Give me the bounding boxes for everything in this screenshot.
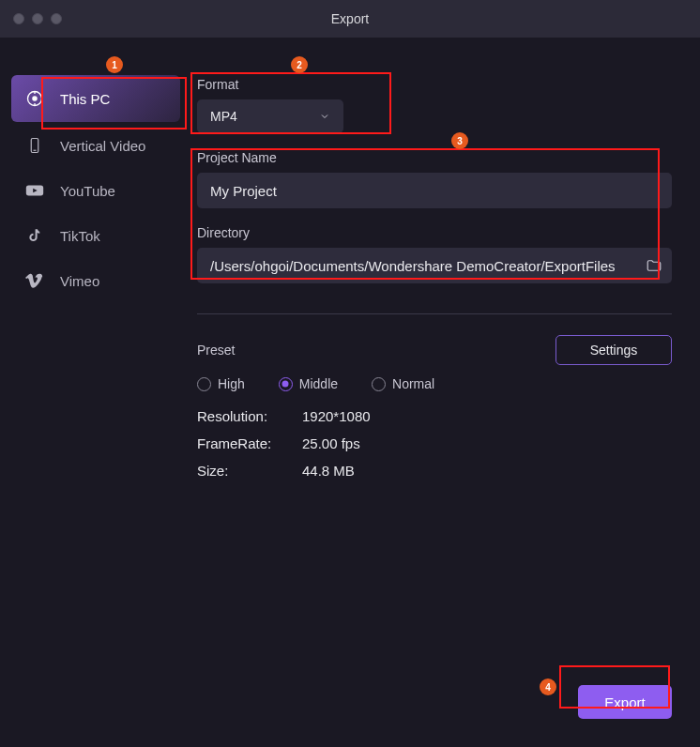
sidebar-item-label: Vimeo (60, 273, 99, 289)
folder-icon[interactable] (646, 257, 662, 274)
export-button[interactable]: Export (578, 685, 672, 719)
radio-icon (372, 377, 386, 391)
project-name-label: Project Name (197, 150, 672, 165)
maximize-window-icon[interactable] (51, 13, 62, 24)
youtube-icon (24, 180, 45, 201)
resolution-row: Resolution: 1920*1080 (197, 408, 672, 424)
format-dropdown[interactable]: MP4 (197, 99, 343, 133)
titlebar: Export (0, 0, 700, 38)
directory-group: Directory (197, 225, 672, 283)
phone-icon (24, 135, 45, 156)
vimeo-icon (24, 270, 45, 291)
window-controls (0, 13, 62, 24)
radio-label: Normal (392, 376, 434, 391)
chevron-down-icon (319, 111, 330, 122)
sidebar-item-this-pc[interactable]: This PC (11, 75, 180, 122)
preset-option-middle[interactable]: Middle (279, 376, 338, 391)
format-label: Format (197, 77, 672, 92)
minimize-window-icon[interactable] (32, 13, 43, 24)
project-name-group: Project Name (197, 150, 672, 208)
sidebar-item-label: This PC (60, 91, 110, 107)
radio-label: High (218, 376, 245, 391)
main-panel: Format MP4 Project Name Directory Preset… (188, 38, 700, 747)
directory-input[interactable] (197, 248, 646, 283)
preset-options: High Middle Normal (197, 376, 672, 391)
divider (197, 313, 672, 314)
preset-row: Preset Settings (197, 335, 672, 365)
sidebar-item-youtube[interactable]: YouTube (0, 169, 188, 212)
directory-label: Directory (197, 225, 672, 240)
framerate-value: 25.00 fps (302, 435, 360, 451)
format-value: MP4 (210, 109, 237, 124)
tiktok-icon (24, 225, 45, 246)
sidebar-item-label: YouTube (60, 183, 115, 199)
preset-option-high[interactable]: High (197, 376, 245, 391)
close-window-icon[interactable] (13, 13, 24, 24)
format-group: Format MP4 (197, 77, 672, 133)
project-name-input[interactable] (197, 173, 672, 208)
settings-button[interactable]: Settings (555, 335, 672, 365)
radio-icon (197, 377, 211, 391)
sidebar: This PC Vertical Video YouTube TikTok Vi… (0, 38, 188, 747)
sidebar-item-label: Vertical Video (60, 138, 145, 154)
framerate-label: FrameRate: (197, 435, 302, 451)
sidebar-item-vimeo[interactable]: Vimeo (0, 259, 188, 302)
resolution-label: Resolution: (197, 408, 302, 424)
preset-option-normal[interactable]: Normal (372, 376, 434, 391)
sidebar-item-label: TikTok (60, 228, 100, 244)
disk-icon (24, 88, 45, 109)
radio-label: Middle (299, 376, 338, 391)
sidebar-item-vertical-video[interactable]: Vertical Video (0, 124, 188, 167)
size-label: Size: (197, 463, 302, 479)
page-title: Export (0, 11, 700, 26)
sidebar-item-tiktok[interactable]: TikTok (0, 214, 188, 257)
size-value: 44.8 MB (302, 463, 355, 479)
framerate-row: FrameRate: 25.00 fps (197, 435, 672, 451)
size-row: Size: 44.8 MB (197, 463, 672, 479)
svg-point-1 (33, 97, 37, 100)
resolution-value: 1920*1080 (302, 408, 371, 424)
preset-label: Preset (197, 343, 235, 358)
radio-icon (279, 377, 293, 391)
